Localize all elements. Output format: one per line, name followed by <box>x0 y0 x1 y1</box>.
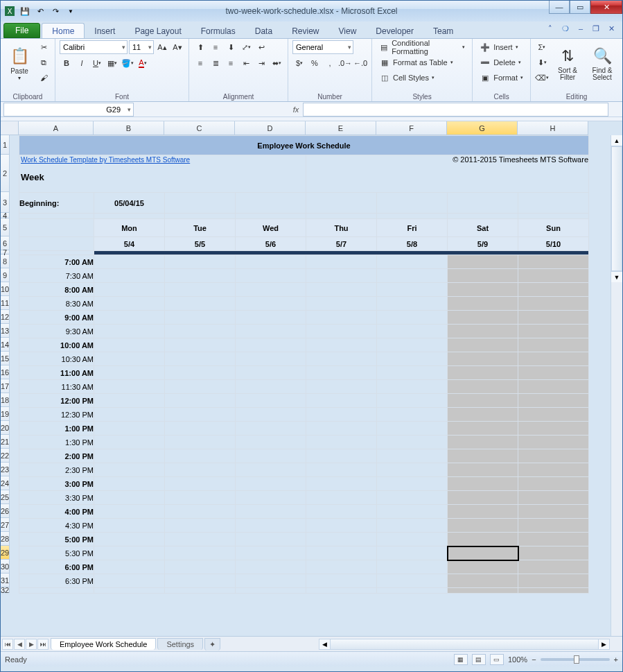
decrease-indent-button[interactable]: ⇤ <box>239 56 253 70</box>
view-page-break-button[interactable]: ▭ <box>490 654 504 665</box>
cell-H10[interactable] <box>518 283 589 297</box>
cell-E25[interactable] <box>306 491 377 505</box>
cell-E24[interactable] <box>306 477 377 491</box>
view-page-layout-button[interactable]: ▤ <box>472 654 486 665</box>
row-header-18[interactable]: 18 <box>1 393 10 407</box>
bold-button[interactable]: B <box>60 56 73 70</box>
cell-G25[interactable] <box>448 491 518 505</box>
cell-D24[interactable] <box>236 477 306 491</box>
tab-insert[interactable]: Insert <box>85 24 125 38</box>
select-all-corner[interactable] <box>1 121 19 135</box>
cell-C22[interactable] <box>165 449 236 463</box>
zoom-in-button[interactable]: + <box>614 655 618 664</box>
font-size-combo[interactable]: 11 <box>129 40 154 54</box>
row-header-2[interactable]: 2 <box>1 155 10 192</box>
cell-E30[interactable] <box>306 560 377 574</box>
font-name-combo[interactable]: Calibri <box>60 40 128 54</box>
cell-E9[interactable] <box>306 269 377 283</box>
cell-G17[interactable] <box>448 380 518 394</box>
cell-B30[interactable] <box>94 560 165 574</box>
minimize-button[interactable]: — <box>549 1 570 14</box>
row-header-14[interactable]: 14 <box>1 338 10 352</box>
paste-button[interactable]: 📋 Paste ▾ <box>5 40 34 86</box>
insert-cells-button[interactable]: ➕Insert▾ <box>477 40 526 54</box>
cell-H21[interactable] <box>518 436 589 449</box>
comma-button[interactable]: , <box>323 56 337 70</box>
cell-B9[interactable] <box>94 269 165 283</box>
cell-D31[interactable] <box>236 574 306 588</box>
cell-D19[interactable] <box>236 408 306 422</box>
cell-H26[interactable] <box>518 505 589 519</box>
cell-C19[interactable] <box>165 408 236 422</box>
border-button[interactable]: ▦▾ <box>105 56 119 70</box>
cell-B23[interactable] <box>94 463 165 477</box>
align-left-button[interactable]: ≡ <box>193 56 207 70</box>
cell-B24[interactable] <box>94 477 165 491</box>
cell-G22[interactable] <box>448 449 518 463</box>
tab-home[interactable]: Home <box>42 23 85 38</box>
cell-C28[interactable] <box>165 533 236 546</box>
cell-H30[interactable] <box>518 560 589 574</box>
italic-button[interactable]: I <box>75 56 89 70</box>
row-header-8[interactable]: 8 <box>1 255 10 268</box>
cell-F28[interactable] <box>377 533 448 546</box>
cell-G28[interactable] <box>448 533 518 546</box>
file-tab[interactable]: File <box>3 23 40 38</box>
cell-E14[interactable] <box>306 338 377 352</box>
row-header-22[interactable]: 22 <box>1 449 10 463</box>
help-icon[interactable]: ❍ <box>560 23 571 34</box>
sheet-tab-new[interactable]: ✦ <box>204 638 220 651</box>
cell-E29[interactable] <box>306 546 377 560</box>
cell-G9[interactable] <box>448 269 518 283</box>
cell-G27[interactable] <box>448 519 518 533</box>
cell-C9[interactable] <box>165 269 236 283</box>
cell-B29[interactable] <box>94 546 165 560</box>
vertical-scrollbar[interactable]: ▲ ▼ <box>611 135 622 636</box>
row-header-32[interactable]: 32 <box>1 587 10 593</box>
cell-F13[interactable] <box>377 325 448 338</box>
sort-filter-button[interactable]: ⇅ Sort & Filter <box>552 40 583 86</box>
cell-F29[interactable] <box>377 546 448 560</box>
qat-dropdown-icon[interactable]: ▼ <box>64 5 77 17</box>
cut-button[interactable]: ✂ <box>37 40 51 54</box>
cell-F18[interactable] <box>377 394 448 408</box>
cell-H14[interactable] <box>518 338 589 352</box>
cell-C14[interactable] <box>165 338 236 352</box>
column-header-H[interactable]: H <box>518 121 588 135</box>
column-header-F[interactable]: F <box>376 121 447 135</box>
close-button[interactable]: ✕ <box>590 1 622 14</box>
mdi-restore-icon[interactable]: ❐ <box>590 23 602 34</box>
cell-E15[interactable] <box>306 352 377 366</box>
tab-nav-last[interactable]: ⏭ <box>37 639 49 650</box>
format-as-table-button[interactable]: ▦Format as Table▾ <box>376 55 468 69</box>
cell-H28[interactable] <box>518 533 589 546</box>
view-normal-button[interactable]: ▦ <box>454 654 468 665</box>
row-header-19[interactable]: 19 <box>1 407 10 421</box>
number-format-combo[interactable]: General <box>292 40 353 54</box>
cell-B11[interactable] <box>94 297 165 311</box>
cell-G19[interactable] <box>448 408 518 422</box>
cell-C20[interactable] <box>165 422 236 436</box>
undo-icon[interactable]: ↶ <box>34 5 46 17</box>
week-date-cell[interactable]: 05/04/15 <box>94 193 165 214</box>
tab-view[interactable]: View <box>329 24 367 38</box>
column-header-A[interactable]: A <box>19 121 94 135</box>
cell-C27[interactable] <box>165 519 236 533</box>
cell-D11[interactable] <box>236 297 306 311</box>
tab-review[interactable]: Review <box>282 24 328 38</box>
cell-F17[interactable] <box>377 380 448 394</box>
cell-H13[interactable] <box>518 325 589 338</box>
cell-G23[interactable] <box>448 463 518 477</box>
cell-D23[interactable] <box>236 463 306 477</box>
cell-D16[interactable] <box>236 366 306 380</box>
cell-H17[interactable] <box>518 380 589 394</box>
cell-G10[interactable] <box>448 283 518 297</box>
orientation-button[interactable]: ⤢▾ <box>239 40 253 54</box>
cell-E28[interactable] <box>306 533 377 546</box>
cell-C18[interactable] <box>165 394 236 408</box>
cell-G30[interactable] <box>448 560 518 574</box>
cell-C31[interactable] <box>165 574 236 588</box>
grid[interactable]: Employee Work ScheduleWork Schedule Temp… <box>19 135 589 594</box>
cell-D27[interactable] <box>236 519 306 533</box>
cell-B19[interactable] <box>94 408 165 422</box>
